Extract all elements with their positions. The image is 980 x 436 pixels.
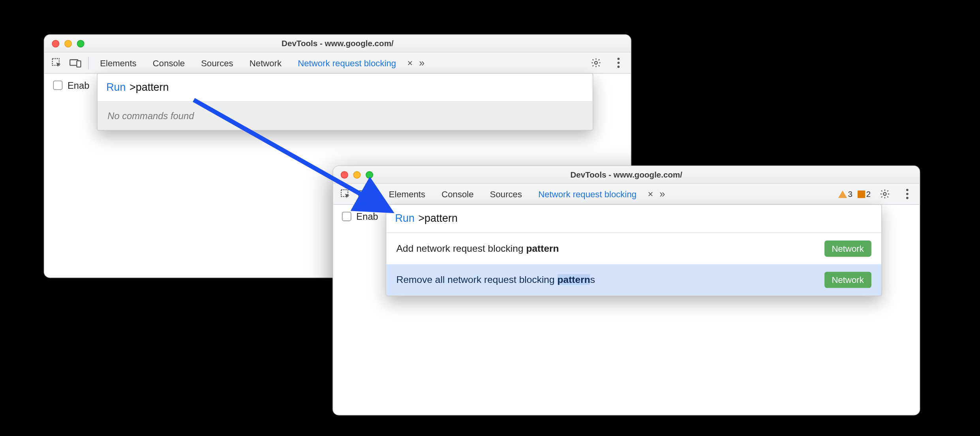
zoom-window-icon[interactable] xyxy=(366,171,373,178)
warnings-count: 3 xyxy=(848,189,852,199)
tab-network-request-blocking[interactable]: Network request blocking xyxy=(531,185,644,202)
window-controls xyxy=(44,40,84,47)
enable-blocking-checkbox[interactable] xyxy=(342,212,351,221)
close-tab-icon[interactable]: × xyxy=(405,58,415,67)
tab-elements[interactable]: Elements xyxy=(92,54,144,71)
command-menu-empty: No commands found xyxy=(98,102,593,130)
enable-blocking-label: Enab xyxy=(68,80,89,91)
command-menu: Run >pattern No commands found xyxy=(97,73,593,131)
svg-point-6 xyxy=(617,65,620,68)
command-menu: Run >pattern Add network request blockin… xyxy=(386,204,882,296)
minimize-window-icon[interactable] xyxy=(64,40,72,47)
svg-point-3 xyxy=(594,62,597,64)
enable-blocking-label: Enab xyxy=(356,211,378,222)
svg-point-11 xyxy=(906,189,908,191)
tab-network[interactable]: Network xyxy=(242,54,289,71)
window-title: DevTools - www.google.com/ xyxy=(333,170,920,180)
enable-blocking-checkbox[interactable] xyxy=(53,80,63,90)
tab-network-request-blocking[interactable]: Network request blocking xyxy=(290,54,404,71)
tab-sources[interactable]: Sources xyxy=(193,54,240,71)
toolbar-separator xyxy=(377,188,378,200)
minimize-window-icon[interactable] xyxy=(353,171,360,178)
close-tab-icon[interactable]: × xyxy=(645,189,656,199)
devtools-toolbar: Elements Console Sources Network request… xyxy=(333,183,920,205)
settings-icon[interactable] xyxy=(587,54,605,71)
close-window-icon[interactable] xyxy=(52,40,59,47)
more-tabs-icon[interactable]: » xyxy=(657,188,668,199)
svg-point-5 xyxy=(617,62,620,64)
issue-icon xyxy=(858,190,865,198)
issues-badge[interactable]: 2 xyxy=(858,189,871,199)
cmd-item-category-badge: Network xyxy=(824,240,871,256)
svg-rect-9 xyxy=(366,192,370,198)
svg-point-13 xyxy=(906,197,908,199)
svg-point-4 xyxy=(617,58,620,60)
command-menu-item-selected[interactable]: Remove all network request blocking patt… xyxy=(386,264,881,296)
tab-sources[interactable]: Sources xyxy=(482,185,529,202)
settings-icon[interactable] xyxy=(876,185,893,202)
warnings-badge[interactable]: 3 xyxy=(838,189,852,199)
command-menu-input[interactable]: Run >pattern xyxy=(98,74,593,102)
svg-point-10 xyxy=(883,193,886,195)
window-title: DevTools - www.google.com/ xyxy=(44,39,631,48)
panel-content: Enab Run >pattern Add network request bl… xyxy=(333,205,920,415)
kebab-menu-icon[interactable] xyxy=(610,54,627,71)
device-toolbar-icon[interactable] xyxy=(67,54,84,71)
svg-point-12 xyxy=(906,193,908,195)
command-menu-item[interactable]: Add network request blocking pattern Net… xyxy=(386,233,881,264)
warning-icon xyxy=(838,190,847,198)
cmd-item-match: pattern xyxy=(526,243,559,254)
inspect-element-icon[interactable] xyxy=(48,54,66,71)
more-tabs-icon[interactable]: » xyxy=(417,57,427,68)
titlebar[interactable]: DevTools - www.google.com/ xyxy=(333,166,920,183)
issues-count: 2 xyxy=(866,189,871,199)
cmd-item-match: pattern xyxy=(558,274,590,285)
command-menu-run-label: Run xyxy=(395,212,415,225)
titlebar[interactable]: DevTools - www.google.com/ xyxy=(44,35,631,52)
tab-console[interactable]: Console xyxy=(434,185,481,202)
svg-rect-2 xyxy=(77,60,81,67)
command-menu-input[interactable]: Run >pattern xyxy=(386,205,881,233)
devtools-window-after: DevTools - www.google.com/ Elements Cons… xyxy=(332,166,920,415)
kebab-menu-icon[interactable] xyxy=(898,185,916,202)
device-toolbar-icon[interactable] xyxy=(356,185,373,202)
close-window-icon[interactable] xyxy=(341,171,348,178)
cmd-item-prefix: Add network request blocking xyxy=(396,243,526,254)
cmd-item-suffix: s xyxy=(590,274,595,285)
inspect-element-icon[interactable] xyxy=(337,185,354,202)
cmd-item-prefix: Remove all network request blocking xyxy=(396,274,558,285)
command-menu-run-label: Run xyxy=(106,81,126,94)
devtools-toolbar: Elements Console Sources Network Network… xyxy=(44,52,631,74)
cmd-item-category-badge: Network xyxy=(824,272,871,288)
command-menu-query: >pattern xyxy=(418,212,458,225)
command-menu-query: >pattern xyxy=(130,81,169,94)
window-controls xyxy=(333,171,373,178)
tab-elements[interactable]: Elements xyxy=(381,185,433,202)
zoom-window-icon[interactable] xyxy=(77,40,84,47)
toolbar-separator xyxy=(88,56,89,69)
tab-console[interactable]: Console xyxy=(145,54,192,71)
